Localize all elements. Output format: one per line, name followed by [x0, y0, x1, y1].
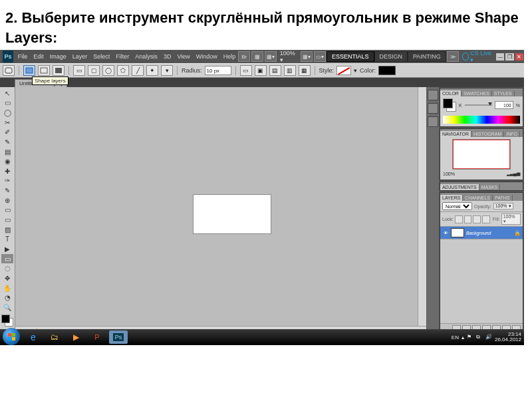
- vertical-scrollbar[interactable]: [418, 87, 426, 327]
- lock-all-button[interactable]: [482, 215, 490, 223]
- tool-preset-dropdown[interactable]: [3, 65, 15, 76]
- blend-mode-select[interactable]: Normal: [442, 202, 472, 210]
- screen-mode-button[interactable]: ▭▾: [314, 51, 326, 62]
- menu-help[interactable]: Help: [221, 52, 238, 61]
- combine-subtract-button[interactable]: ▤: [269, 65, 281, 76]
- healing-tool[interactable]: ▤: [1, 147, 13, 156]
- path-op-polygon-button[interactable]: ⬠: [117, 65, 129, 76]
- combine-new-button[interactable]: ▭: [240, 65, 252, 76]
- shape-layers-mode-button[interactable]: [23, 65, 35, 76]
- opacity-field[interactable]: 100% ▾: [493, 203, 513, 209]
- hand-tool[interactable]: ✋: [1, 283, 13, 293]
- shape-color-swatch[interactable]: [378, 66, 396, 75]
- color-panel-swatch[interactable]: [443, 98, 456, 112]
- layer-name[interactable]: Background: [466, 231, 512, 235]
- view-extras-button[interactable]: ▦▾: [265, 51, 277, 62]
- doc-restore-button[interactable]: ❐: [505, 53, 513, 61]
- path-op-rect-button[interactable]: ▭: [73, 65, 85, 76]
- 3d-tool[interactable]: ◌: [1, 264, 13, 273]
- zoom-tool[interactable]: 🔍: [1, 303, 13, 312]
- brush-tool[interactable]: ◉: [1, 157, 13, 166]
- path-op-rrect-button[interactable]: ▢: [88, 65, 100, 76]
- document-canvas[interactable]: [194, 195, 271, 233]
- path-op-ellipse-button[interactable]: ◯: [102, 65, 114, 76]
- dodge-tool[interactable]: ▭: [1, 215, 13, 225]
- 3d-camera-tool[interactable]: ✥: [1, 274, 13, 283]
- fill-pixels-mode-button[interactable]: [53, 65, 65, 76]
- tray-network-icon[interactable]: ⧉: [476, 334, 483, 340]
- tab-adjustments[interactable]: ADJUSTMENTS: [440, 184, 479, 190]
- stamp-tool[interactable]: ✚: [1, 167, 13, 176]
- tab-navigator[interactable]: NAVIGATOR: [440, 131, 471, 137]
- dock-icon-1[interactable]: [428, 90, 438, 100]
- navigator-slider[interactable]: ▂▃▄▅: [507, 171, 520, 176]
- workspace-design[interactable]: DESIGN: [374, 51, 408, 62]
- tray-clock[interactable]: 23:14 26.04.2012: [495, 332, 521, 343]
- rounded-rectangle-tool[interactable]: ▭: [1, 254, 13, 263]
- menu-filter[interactable]: Filter: [114, 52, 131, 61]
- move-tool[interactable]: ↖: [1, 88, 13, 98]
- k-slider[interactable]: [465, 104, 492, 106]
- combine-intersect-button[interactable]: ▥: [284, 65, 296, 76]
- history-brush-tool[interactable]: ✑: [1, 176, 13, 186]
- rotate-view-tool[interactable]: ◔: [1, 293, 13, 303]
- tab-histogram[interactable]: HISTOGRAM: [471, 131, 504, 137]
- marquee-tool[interactable]: ▭: [1, 98, 13, 108]
- workspace-more-button[interactable]: ≫: [447, 51, 459, 62]
- layer-row-background[interactable]: 👁 Background 🔒: [440, 227, 523, 239]
- tab-info[interactable]: INFO: [504, 131, 520, 137]
- navigator-thumbnail[interactable]: [452, 139, 511, 170]
- gradient-tool[interactable]: ⊕: [1, 196, 13, 205]
- path-op-line-button[interactable]: ╱: [132, 65, 144, 76]
- navigator-zoom[interactable]: 100%: [443, 172, 455, 176]
- menu-select[interactable]: Select: [91, 52, 112, 61]
- canvas-area[interactable]: 100% Doc: 19,5K/0 bytes ▸: [15, 87, 427, 336]
- lock-position-button[interactable]: [473, 215, 481, 223]
- tray-volume-icon[interactable]: 🔊: [485, 334, 492, 340]
- dock-icon-2[interactable]: [428, 103, 438, 114]
- quick-select-tool[interactable]: ✂: [1, 118, 13, 127]
- lock-transparent-button[interactable]: [455, 215, 463, 223]
- path-op-custom-button[interactable]: ✦: [146, 65, 158, 76]
- radius-input[interactable]: 10 px: [205, 66, 231, 75]
- taskbar-ie[interactable]: e: [24, 331, 43, 344]
- style-dropdown[interactable]: [336, 66, 351, 75]
- lock-pixels-button[interactable]: [464, 215, 472, 223]
- tab-paths[interactable]: PATHS: [493, 195, 512, 201]
- dock-icon-3[interactable]: [428, 116, 438, 127]
- workspace-painting[interactable]: PAINTING: [408, 51, 446, 62]
- workspace-essentials[interactable]: ESSENTIALS: [327, 51, 374, 62]
- menu-view[interactable]: View: [175, 52, 192, 61]
- path-select-tool[interactable]: ▶: [1, 245, 13, 254]
- menu-layer[interactable]: Layer: [70, 52, 90, 61]
- taskbar-mediaplayer[interactable]: ▶: [66, 331, 85, 344]
- fill-field[interactable]: 100% ▾: [501, 213, 521, 225]
- foreground-background-swatch[interactable]: [1, 315, 13, 327]
- menu-image[interactable]: Image: [48, 52, 68, 61]
- taskbar-powerpoint[interactable]: P: [88, 331, 106, 344]
- layer-thumbnail[interactable]: [451, 228, 464, 237]
- tab-masks[interactable]: MASKS: [479, 184, 501, 190]
- eraser-tool[interactable]: ✎: [1, 186, 13, 196]
- tab-styles[interactable]: STYLES: [492, 90, 515, 96]
- color-spectrum[interactable]: [443, 116, 520, 124]
- menu-file[interactable]: File: [16, 52, 30, 61]
- tab-channels[interactable]: CHANNELS: [463, 195, 493, 201]
- combine-add-button[interactable]: ▣: [255, 65, 267, 76]
- menu-analysis[interactable]: Analysis: [133, 52, 160, 61]
- foreground-color[interactable]: [1, 315, 10, 323]
- tab-color[interactable]: COLOR: [440, 90, 462, 96]
- k-value[interactable]: 100: [495, 101, 513, 109]
- eyedropper-tool[interactable]: ✎: [1, 138, 13, 147]
- tray-flag-icon[interactable]: ⚑: [467, 334, 473, 340]
- start-button[interactable]: [3, 328, 20, 345]
- tab-layers[interactable]: LAYERS: [440, 195, 463, 201]
- menu-window[interactable]: Window: [194, 52, 219, 61]
- doc-close-button[interactable]: ✕: [515, 53, 523, 61]
- geometry-dropdown[interactable]: ▾: [161, 65, 173, 76]
- taskbar-photoshop[interactable]: Ps: [109, 331, 128, 344]
- taskbar-explorer[interactable]: 🗂: [45, 331, 64, 344]
- blur-tool[interactable]: ▭: [1, 205, 13, 215]
- zoom-level[interactable]: 100% ▾: [277, 50, 301, 63]
- paths-mode-button[interactable]: [38, 65, 50, 76]
